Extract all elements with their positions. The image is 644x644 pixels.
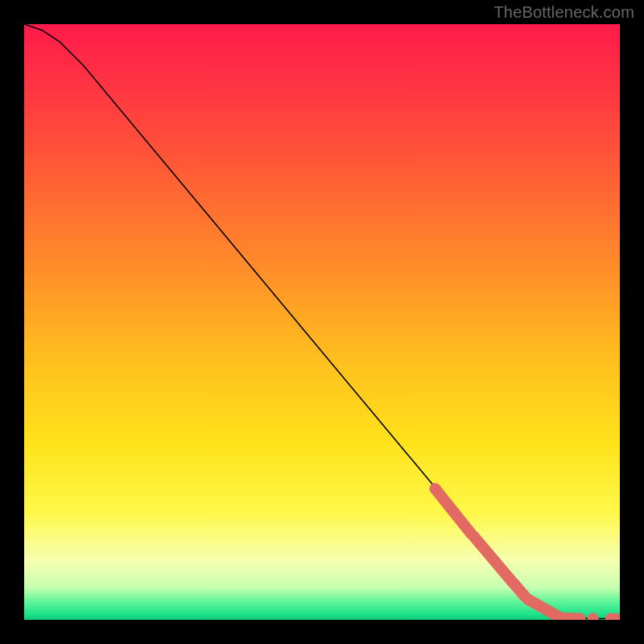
bottleneck-chart bbox=[24, 24, 620, 620]
gradient-background bbox=[24, 24, 620, 620]
highlight-dot bbox=[469, 530, 480, 542]
watermark-text: TheBottleneck.com bbox=[493, 3, 634, 22]
highlight-dot bbox=[430, 483, 441, 494]
highlight-dot bbox=[509, 579, 520, 590]
highlight-dot bbox=[522, 593, 533, 605]
chart-frame: TheBottleneck.com bbox=[0, 0, 644, 644]
